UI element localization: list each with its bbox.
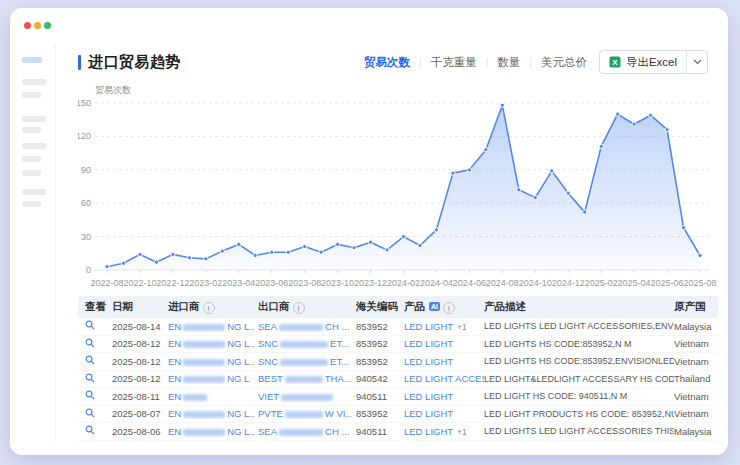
exporter-link[interactable]: SEACH ...	[258, 426, 349, 437]
view-row-button[interactable]	[85, 320, 95, 330]
data-point[interactable]	[434, 228, 438, 232]
view-row-button[interactable]	[85, 338, 95, 348]
exporter-link[interactable]: PVTEW VI...	[258, 408, 352, 419]
sidebar-item-skeleton[interactable]	[22, 127, 41, 133]
info-icon[interactable]: i	[443, 302, 455, 314]
data-point[interactable]	[171, 252, 175, 256]
importer-link[interactable]: ENNG L...	[168, 426, 254, 437]
sidebar-item-skeleton[interactable]	[22, 79, 46, 85]
data-point[interactable]	[286, 250, 290, 254]
data-point[interactable]	[599, 144, 603, 148]
product-link[interactable]: LED LIGHT	[404, 338, 453, 349]
importer-link[interactable]: ENNG L	[168, 373, 249, 384]
data-point[interactable]	[698, 253, 702, 257]
data-point[interactable]	[467, 168, 471, 172]
x-axis-tick-label: 2024-02	[387, 278, 420, 288]
sidebar-item-skeleton[interactable]	[22, 92, 41, 98]
data-point[interactable]	[550, 169, 554, 173]
data-point[interactable]	[237, 242, 241, 246]
view-row-button[interactable]	[85, 425, 95, 435]
data-point[interactable]	[566, 191, 570, 195]
data-point[interactable]	[105, 265, 109, 269]
data-point[interactable]	[533, 196, 537, 200]
export-dropdown-button[interactable]	[686, 51, 707, 73]
exporter-link[interactable]: SNCET...	[258, 356, 349, 367]
sidebar-item-skeleton[interactable]	[22, 116, 46, 122]
product-link[interactable]: LED LIGHT	[404, 391, 453, 402]
data-point[interactable]	[500, 103, 504, 107]
importer-link[interactable]: ENNG L...	[168, 408, 254, 419]
search-icon	[85, 373, 95, 383]
trend-chart[interactable]: 03060901201502022-082022-102022-122023-0…	[78, 94, 718, 294]
data-point[interactable]	[385, 248, 389, 252]
data-point[interactable]	[303, 245, 307, 249]
data-point[interactable]	[681, 226, 685, 230]
exporter-link[interactable]: SNCET...	[258, 338, 349, 349]
importer-link[interactable]: EN	[168, 391, 209, 402]
data-point[interactable]	[368, 240, 372, 244]
search-icon	[85, 425, 95, 435]
data-point[interactable]	[319, 250, 323, 254]
view-row-button[interactable]	[85, 390, 95, 400]
data-point[interactable]	[121, 261, 125, 265]
tab-usd-total[interactable]: 美元总价	[541, 55, 587, 70]
data-point[interactable]	[648, 113, 652, 117]
data-point[interactable]	[418, 243, 422, 247]
exporter-link[interactable]: VIET	[258, 391, 335, 402]
importer-link[interactable]: ENNG L...	[168, 321, 254, 332]
product-link[interactable]: LED LIGHT	[404, 321, 453, 332]
product-link[interactable]: LED LIGHT	[404, 426, 453, 437]
product-link[interactable]: LED LIGHT	[404, 356, 453, 367]
data-point[interactable]	[665, 128, 669, 132]
data-point[interactable]	[336, 242, 340, 246]
sidebar-item-skeleton[interactable]	[22, 170, 41, 176]
info-icon[interactable]: i	[203, 302, 215, 314]
sidebar-item-skeleton[interactable]	[22, 201, 41, 207]
more-products-badge[interactable]: +1	[457, 322, 467, 332]
close-window-button[interactable]	[24, 22, 31, 29]
data-point[interactable]	[616, 112, 620, 116]
data-point[interactable]	[187, 256, 191, 260]
data-point[interactable]	[253, 253, 257, 257]
importer-link[interactable]: ENNG L...	[168, 338, 254, 349]
data-point[interactable]	[270, 250, 274, 254]
x-axis-tick-label: 2023-12	[354, 278, 387, 288]
col-header-origin: 原产国	[674, 300, 718, 314]
cell-hs-code: 853952	[352, 321, 400, 332]
export-excel-button[interactable]: X 导出Excel	[600, 51, 686, 73]
tab-quantity[interactable]: 数量	[497, 55, 520, 70]
importer-link[interactable]: ENNG L...	[168, 356, 254, 367]
product-link[interactable]: LED LIGHT ACCESSORY	[404, 373, 484, 384]
exporter-link[interactable]: SEACH ...	[258, 321, 349, 332]
data-point[interactable]	[352, 246, 356, 250]
data-point[interactable]	[517, 188, 521, 192]
view-row-button[interactable]	[85, 355, 95, 365]
table-cell: LED LIGHT	[400, 356, 484, 367]
x-axis-tick-label: 2023-02	[189, 278, 222, 288]
product-link[interactable]: LED LIGHT	[404, 408, 453, 419]
minimize-window-button[interactable]	[34, 22, 41, 29]
more-products-badge[interactable]: +1	[457, 427, 467, 437]
data-point[interactable]	[583, 210, 587, 214]
view-row-button[interactable]	[85, 373, 95, 383]
exporter-link[interactable]: BESTTHA...	[258, 373, 352, 384]
data-point[interactable]	[204, 257, 208, 261]
data-point[interactable]	[138, 252, 142, 256]
tab-kg-weight[interactable]: 千克重量	[431, 55, 477, 70]
data-point[interactable]	[484, 148, 488, 152]
cell-hs-code: 853952	[352, 408, 400, 419]
info-icon[interactable]: i	[293, 302, 305, 314]
sidebar-item-skeleton[interactable]	[22, 189, 46, 195]
data-point[interactable]	[154, 260, 158, 264]
sidebar-item-skeleton[interactable]	[22, 156, 41, 162]
sidebar-item-active[interactable]	[22, 57, 42, 63]
maximize-window-button[interactable]	[44, 22, 51, 29]
data-point[interactable]	[220, 249, 224, 253]
sidebar-item-skeleton[interactable]	[22, 143, 46, 149]
data-point[interactable]	[632, 122, 636, 126]
x-axis-tick-label: 2024-12	[552, 278, 585, 288]
tab-trade-count[interactable]: 贸易次数	[364, 55, 410, 70]
view-row-button[interactable]	[85, 408, 95, 418]
data-point[interactable]	[451, 171, 455, 175]
data-point[interactable]	[401, 235, 405, 239]
